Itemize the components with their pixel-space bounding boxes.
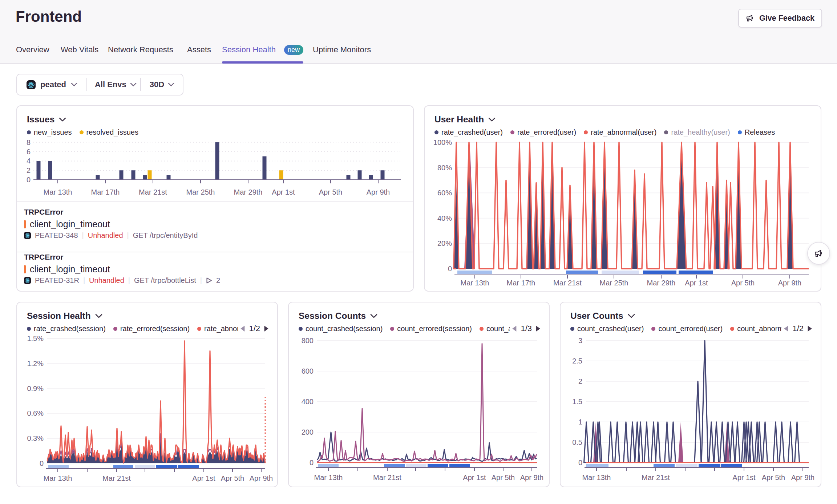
svg-text:Mar 13th: Mar 13th [44,188,72,196]
svg-text:4: 4 [27,157,31,165]
svg-text:Apr 9th: Apr 9th [791,473,814,481]
svg-text:2: 2 [578,377,582,385]
svg-text:0.9%: 0.9% [27,385,44,393]
svg-text:2: 2 [27,166,31,174]
svg-text:0: 0 [40,459,44,467]
svg-text:0: 0 [578,459,582,467]
svg-text:80%: 80% [437,164,452,172]
svg-text:400: 400 [302,398,314,406]
svg-text:Apr 5th: Apr 5th [731,279,755,287]
svg-text:2.5: 2.5 [572,357,582,365]
svg-text:Apr 5th: Apr 5th [319,188,342,196]
svg-text:Mar 29th: Mar 29th [234,188,263,196]
svg-text:100%: 100% [433,138,452,146]
svg-text:Mar 13th: Mar 13th [314,473,343,481]
svg-text:8: 8 [27,138,31,146]
svg-text:0.3%: 0.3% [27,434,44,442]
svg-text:Mar 17th: Mar 17th [507,279,535,287]
svg-text:Mar 25th: Mar 25th [186,188,215,196]
svg-text:Mar 21st: Mar 21st [139,188,167,196]
svg-text:Apr 5th: Apr 5th [762,473,785,481]
svg-text:Apr 9th: Apr 9th [778,279,801,287]
svg-text:Mar 21st: Mar 21st [373,473,401,481]
svg-text:40%: 40% [437,214,452,222]
svg-text:Apr 9th: Apr 9th [367,188,390,196]
svg-text:0: 0 [448,265,452,273]
svg-text:Mar 21st: Mar 21st [642,473,670,481]
svg-text:0: 0 [27,176,31,184]
svg-text:Mar 21st: Mar 21st [553,279,582,287]
svg-text:Mar 21st: Mar 21st [102,474,131,482]
svg-text:3: 3 [578,337,582,345]
svg-text:20%: 20% [437,239,452,247]
svg-text:Apr 5th: Apr 5th [492,473,515,481]
svg-text:1: 1 [578,418,582,426]
svg-text:Apr 1st: Apr 1st [272,188,295,196]
svg-text:Apr 1st: Apr 1st [192,474,215,482]
svg-text:Mar 25th: Mar 25th [600,279,628,287]
svg-text:6: 6 [27,148,31,156]
svg-text:Apr 9th: Apr 9th [520,473,543,481]
svg-text:Mar 13th: Mar 13th [582,473,611,481]
svg-text:Apr 1st: Apr 1st [732,473,756,481]
svg-text:800: 800 [302,337,314,345]
svg-text:Mar 13th: Mar 13th [461,279,489,287]
svg-text:600: 600 [302,367,314,375]
svg-text:1.5%: 1.5% [27,334,44,342]
svg-text:1.2%: 1.2% [27,359,44,367]
svg-text:0: 0 [310,459,314,467]
svg-text:1.5: 1.5 [572,398,582,406]
svg-text:Apr 1st: Apr 1st [463,473,486,481]
svg-text:0.6%: 0.6% [27,409,44,417]
svg-text:Apr 5th: Apr 5th [221,474,244,482]
svg-text:Mar 29th: Mar 29th [647,279,676,287]
svg-text:200: 200 [302,428,314,436]
svg-text:Apr 1st: Apr 1st [685,279,708,287]
svg-text:Apr 9th: Apr 9th [250,474,273,482]
svg-text:Mar 13th: Mar 13th [44,474,72,482]
svg-text:Mar 17th: Mar 17th [91,188,120,196]
svg-text:60%: 60% [437,189,452,197]
svg-text:0.5: 0.5 [572,438,582,446]
